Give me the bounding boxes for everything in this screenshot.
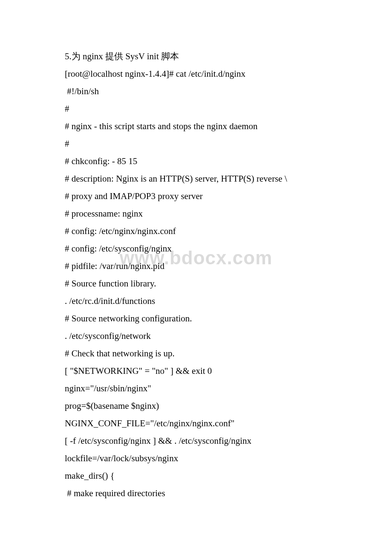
code-line: . /etc/sysconfig/network (65, 327, 332, 345)
code-line: NGINX_CONF_FILE="/etc/nginx/nginx.conf" (65, 415, 332, 432)
code-line: # make required directories (65, 485, 332, 502)
code-line: # pidfile: /var/run/nginx.pid (65, 257, 332, 275)
code-line: #!/bin/sh (65, 83, 332, 100)
code-line: # Source networking configuration. (65, 310, 332, 327)
code-line: # Source function library. (65, 275, 332, 292)
code-line: # processname: nginx (65, 205, 332, 223)
code-line: nginx="/usr/sbin/nginx" (65, 380, 332, 397)
code-line: lockfile=/var/lock/subsys/nginx (65, 450, 332, 467)
code-line: make_dirs() { (65, 467, 332, 485)
code-line: [ -f /etc/sysconfig/nginx ] && . /etc/sy… (65, 432, 332, 450)
document-page: www.bdocx.com 5.为 nginx 提供 SysV init 脚本 … (0, 0, 392, 555)
code-line: # Check that networking is up. (65, 345, 332, 362)
code-line: [root@localhost nginx-1.4.4]# cat /etc/i… (65, 65, 332, 83)
code-line: [ "$NETWORKING" = "no" ] && exit 0 (65, 362, 332, 380)
code-line: # (65, 100, 332, 118)
code-line: . /etc/rc.d/init.d/functions (65, 292, 332, 310)
code-line: # (65, 135, 332, 153)
code-line: # proxy and IMAP/POP3 proxy server (65, 188, 332, 205)
code-line: prog=$(basename $nginx) (65, 397, 332, 415)
code-line: # chkconfig: - 85 15 (65, 153, 332, 170)
code-line: 5.为 nginx 提供 SysV init 脚本 (65, 48, 332, 65)
code-line: # description: Nginx is an HTTP(S) serve… (65, 170, 332, 188)
code-line: # config: /etc/sysconfig/nginx (65, 240, 332, 257)
code-line: # nginx - this script starts and stops t… (65, 118, 332, 135)
code-line: # config: /etc/nginx/nginx.conf (65, 223, 332, 240)
